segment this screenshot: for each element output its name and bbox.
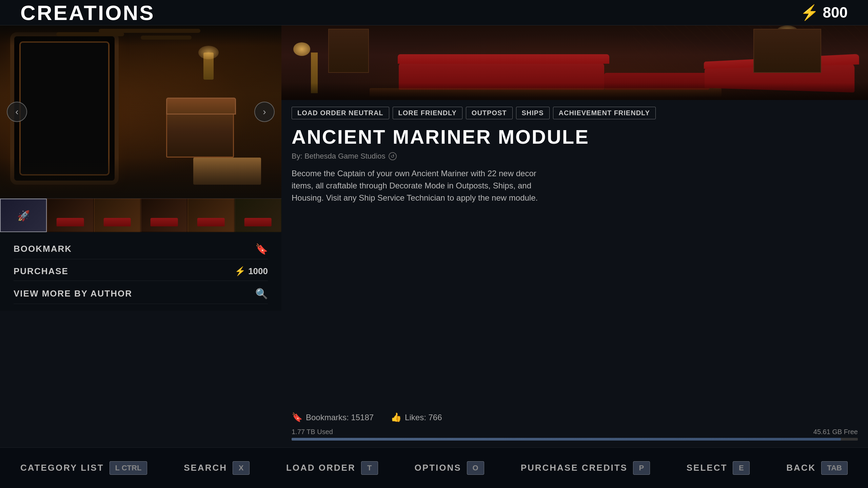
thumb-bg-6 bbox=[235, 199, 281, 231]
ship-scene bbox=[0, 25, 281, 198]
verified-icon: ↺ bbox=[389, 152, 397, 160]
next-arrow[interactable]: › bbox=[254, 102, 275, 122]
options-action[interactable]: OPTIONS O bbox=[415, 461, 484, 475]
mod-title: ANCIENT MARINER MODULE bbox=[292, 126, 858, 148]
thumbnail-2[interactable] bbox=[47, 199, 94, 232]
chest bbox=[166, 107, 234, 158]
likes-stat-icon: 👍 bbox=[391, 412, 401, 423]
floor-grad bbox=[281, 83, 868, 100]
credits-amount: 800 bbox=[823, 4, 848, 21]
bookshelf bbox=[753, 29, 821, 73]
thumb-sofa-6 bbox=[244, 218, 272, 226]
mod-stats: 🔖 Bookmarks: 15187 👍 Likes: 766 1.77 TB … bbox=[281, 405, 868, 447]
sofa-back bbox=[398, 54, 609, 64]
likes-count: Likes: 766 bbox=[405, 413, 442, 422]
main-image: ‹ › bbox=[0, 25, 281, 198]
ceiling-detail bbox=[0, 25, 281, 46]
purchase-credits-action[interactable]: PURCHASE CREDITS P bbox=[521, 461, 650, 475]
right-panel: LOAD ORDER NEUTRAL LORE FRIENDLY OUTPOST… bbox=[281, 25, 868, 447]
storage-fill bbox=[292, 438, 841, 441]
lamp-light bbox=[293, 42, 310, 56]
victorian-room bbox=[281, 25, 868, 100]
chest-lid bbox=[166, 98, 236, 115]
tag-lore: LORE FRIENDLY bbox=[393, 107, 462, 119]
tag-load-order: LOAD ORDER NEUTRAL bbox=[292, 107, 389, 119]
back-action[interactable]: BACK TAB bbox=[786, 461, 848, 475]
credits-display: ⚡ 800 bbox=[800, 4, 848, 21]
purchase-amount: 1000 bbox=[248, 266, 268, 277]
category-list-action[interactable]: CATEGORY LIST L CTRL bbox=[20, 461, 147, 475]
mod-author: By: Bethesda Game Studios ↺ bbox=[292, 152, 858, 161]
preview-image bbox=[281, 25, 868, 100]
view-more-action[interactable]: VIEW MORE BY AUTHOR 🔍 bbox=[14, 284, 268, 304]
lamp-glow bbox=[198, 46, 219, 59]
actions-panel: BOOKMARK 🔖 PURCHASE ⚡ 1000 VIEW MORE BY … bbox=[0, 232, 281, 311]
bookmarks-stat: 🔖 Bookmarks: 15187 bbox=[292, 412, 374, 423]
main-content: ‹ › 🚀 bbox=[0, 25, 868, 447]
thumb-bg-3 bbox=[95, 199, 140, 231]
thumb-bg-2 bbox=[47, 199, 93, 231]
tags-container: LOAD ORDER NEUTRAL LORE FRIENDLY OUTPOST… bbox=[281, 100, 868, 123]
ship-thumb-icon: 🚀 bbox=[17, 209, 30, 221]
left-panel: ‹ › 🚀 bbox=[0, 25, 281, 447]
thumbnails-row: 🚀 bbox=[0, 198, 281, 232]
storage-bar bbox=[292, 438, 858, 441]
storage-used: 1.77 TB Used bbox=[292, 428, 333, 436]
thumb-bg-4 bbox=[141, 199, 187, 231]
purchase-price: ⚡ 1000 bbox=[235, 266, 268, 277]
purchase-action[interactable]: PURCHASE ⚡ 1000 bbox=[14, 262, 268, 281]
door-inner bbox=[19, 41, 110, 176]
bookmarks-count: Bookmarks: 15187 bbox=[306, 413, 374, 422]
thumb-bg-1: 🚀 bbox=[1, 199, 46, 231]
mod-info: ANCIENT MARINER MODULE By: Bethesda Game… bbox=[281, 123, 868, 211]
cabinet bbox=[328, 29, 369, 73]
header: CREATIONS ⚡ 800 bbox=[0, 0, 868, 25]
search-icon: 🔍 bbox=[255, 288, 268, 300]
pipe-3 bbox=[141, 36, 192, 40]
storage-labels: 1.77 TB Used 45.61 GB Free bbox=[292, 428, 858, 436]
select-action[interactable]: SELECT E bbox=[687, 461, 750, 475]
credits-icon: ⚡ bbox=[800, 4, 819, 21]
thumbnail-6[interactable] bbox=[235, 199, 281, 232]
thumbnail-1[interactable]: 🚀 bbox=[0, 199, 47, 232]
load-order-action[interactable]: LOAD ORDER T bbox=[286, 461, 378, 475]
bottom-bar: CATEGORY LIST L CTRL SEARCH X LOAD ORDER… bbox=[0, 447, 868, 488]
thumb-sofa-4 bbox=[151, 218, 178, 226]
thumb-sofa-3 bbox=[104, 218, 131, 226]
purchase-lightning: ⚡ bbox=[235, 266, 245, 277]
pipe-2 bbox=[99, 29, 200, 33]
thumb-sofa-5 bbox=[197, 218, 225, 226]
bookmark-icon: 🔖 bbox=[255, 243, 268, 255]
thumbnail-3[interactable] bbox=[94, 199, 141, 232]
likes-stat: 👍 Likes: 766 bbox=[391, 412, 442, 423]
thumb-bg-5 bbox=[188, 199, 234, 231]
tag-outpost: OUTPOST bbox=[466, 107, 513, 119]
storage-free: 45.61 GB Free bbox=[813, 428, 858, 436]
tag-ships: SHIPS bbox=[516, 107, 550, 119]
mod-description: Become the Captain of your own Ancient M… bbox=[292, 167, 546, 204]
bookmark-stat-icon: 🔖 bbox=[292, 412, 302, 423]
prev-arrow[interactable]: ‹ bbox=[7, 102, 27, 122]
storage-bar-container: 1.77 TB Used 45.61 GB Free bbox=[292, 428, 858, 441]
tag-achievement: ACHIEVEMENT FRIENDLY bbox=[553, 107, 656, 119]
page-title: CREATIONS bbox=[20, 1, 155, 25]
search-action[interactable]: SEARCH X bbox=[184, 461, 250, 475]
floor-gradient bbox=[0, 158, 281, 198]
thumbnail-5[interactable] bbox=[188, 199, 234, 232]
thumb-sofa-2 bbox=[57, 218, 84, 226]
bookmark-action[interactable]: BOOKMARK 🔖 bbox=[14, 239, 268, 259]
thumbnail-4[interactable] bbox=[141, 199, 188, 232]
stats-row: 🔖 Bookmarks: 15187 👍 Likes: 766 bbox=[292, 412, 858, 423]
